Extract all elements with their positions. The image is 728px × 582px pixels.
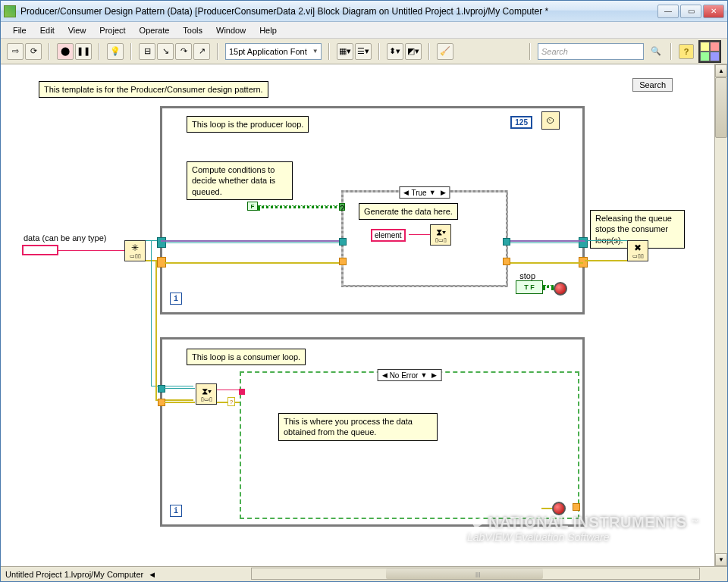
resize-button[interactable]: ⬍▾ [387,43,403,60]
case-selector-consumer[interactable]: ◀ No Error ▼ ▶ [378,369,442,381]
scroll-up-button[interactable]: ▲ [715,64,727,77]
menu-file[interactable]: File [7,24,33,36]
case-tunnel[interactable] [503,258,510,265]
cleanup-button[interactable]: 🧹 [437,43,453,60]
run-button[interactable]: ⇨ [7,43,24,60]
case-tunnel-pink[interactable] [239,389,245,395]
pause-button[interactable]: ❚❚ [75,43,92,60]
status-nav-back[interactable]: ◄ [148,570,156,579]
step-out-button[interactable]: ↗ [193,43,210,60]
context-help-button[interactable]: ? [679,44,694,59]
wait-ms-node[interactable]: ⏲ [541,111,560,130]
template-comment[interactable]: This template is for the Producer/Consum… [39,81,268,98]
step-over-button[interactable]: ↷ [175,43,192,60]
minimize-button[interactable]: — [657,5,679,18]
wire[interactable] [155,260,157,399]
menu-tools[interactable]: Tools [177,24,209,36]
highlight-execution-button[interactable]: 💡 [107,43,124,60]
close-button[interactable]: ✕ [703,5,724,18]
wire[interactable] [258,205,341,208]
wait-ms-constant[interactable]: 125 [510,116,532,129]
case-prev-icon[interactable]: ◀ [401,189,411,196]
wire[interactable] [165,402,195,403]
font-dropdown[interactable]: 15pt Application Font [225,43,322,60]
consumer-case-structure[interactable]: ◀ No Error ▼ ▶ This is where you process… [240,371,579,519]
stop-control-tf[interactable]: T F [516,280,543,294]
search-button-canvas[interactable]: Search [632,78,673,92]
retain-wire-button[interactable]: ⊟ [139,43,155,60]
case-next-icon[interactable]: ▶ [438,189,448,196]
producer-loop-comment[interactable]: This loop is the producer loop. [187,116,309,133]
iteration-terminal[interactable]: i [170,293,182,305]
data-constant[interactable] [22,245,58,255]
abort-button[interactable]: ⬤ [57,43,74,60]
case-tunnel[interactable] [503,238,510,246]
loop-stop-terminal[interactable] [554,282,567,296]
producer-while-loop[interactable]: This loop is the producer loop. 125 ⏲ Co… [160,106,585,314]
horizontal-scrollbar[interactable]: ||| [251,568,700,580]
step-into-button[interactable]: ↘ [157,43,174,60]
enqueue-element-node[interactable]: ⧗▾ ▯▭▯ [430,224,451,246]
dequeue-element-node[interactable]: ⧗▾ ▯▭▯ [196,383,217,405]
case-tunnel[interactable] [339,258,347,265]
search-icon[interactable]: 🔍 [648,44,664,59]
element-constant[interactable]: element [371,229,406,242]
error-tunnel[interactable]: ? [228,397,235,406]
obtain-queue-node[interactable]: ✳ ▭▯▯ [124,240,146,261]
align-button[interactable]: ▦▾ [337,43,353,60]
vi-icon[interactable] [698,40,721,63]
wire[interactable] [165,388,195,389]
distribute-button[interactable]: ☰▾ [355,43,372,60]
case-next-icon[interactable]: ▶ [429,371,439,379]
menu-edit[interactable]: Edit [34,24,61,36]
compute-comment[interactable]: Compute conditions to decide whether dat… [187,161,293,200]
case-dropdown-icon[interactable]: ▼ [418,371,429,379]
hourglass-icon: ⧗▾ [436,227,446,237]
search-input[interactable]: Search [538,43,644,60]
wire[interactable] [151,240,152,386]
menu-window[interactable]: Window [210,24,252,36]
vertical-scrollbar[interactable]: ▲ ▼ [714,64,727,566]
case-prev-icon[interactable]: ◀ [380,371,390,379]
status-path: Untitled Project 1.lvproj/My Computer [5,570,143,579]
false-constant[interactable]: F [247,202,258,211]
loop-stop-terminal[interactable] [552,502,566,515]
case-selector-terminal[interactable]: ? [339,203,345,211]
process-comment[interactable]: This is where you process the data obtai… [278,413,438,441]
release-queue-node[interactable]: ✖ ▭▯▯ [627,240,648,261]
case-label: No Error [390,371,419,380]
case-selector-producer[interactable]: ◀ True ▼ ▶ [399,186,450,199]
loop-tunnel[interactable] [158,385,165,393]
wire[interactable] [541,508,552,509]
statusbar: Untitled Project 1.lvproj/My Computer ◄ … [1,566,727,581]
window-title: Producer/Consumer Design Pattern (Data) … [20,6,657,17]
scroll-down-button[interactable]: ▼ [715,553,727,566]
case-tunnel[interactable] [573,503,580,511]
wire[interactable] [585,260,627,261]
wire[interactable] [58,250,125,251]
block-diagram-canvas[interactable]: This template is for the Producer/Consum… [1,64,714,566]
menu-help[interactable]: Help [253,24,283,36]
reorder-button[interactable]: ◩▾ [405,43,422,60]
run-continuous-button[interactable]: ⟳ [25,43,42,60]
menu-operate[interactable]: Operate [133,24,176,36]
generate-comment[interactable]: Generate the data here. [359,203,458,220]
wire[interactable] [409,234,430,235]
wire[interactable] [217,390,240,390]
scroll-thumb[interactable] [386,568,543,579]
wire[interactable] [543,285,554,288]
case-tunnel[interactable] [339,238,347,246]
scroll-thumb[interactable] [715,77,727,138]
menu-view[interactable]: View [62,24,93,36]
window-controls: — ▭ ✕ [657,5,724,18]
menu-project[interactable]: Project [93,24,131,36]
consumer-while-loop[interactable]: This loop is a consumer loop. ⧗▾ ▯▭▯ ? ◀ [160,337,585,527]
wire[interactable] [585,240,627,241]
maximize-button[interactable]: ▭ [680,5,701,18]
case-dropdown-icon[interactable]: ▼ [427,189,438,196]
consumer-loop-comment[interactable]: This loop is a consumer loop. [187,349,306,365]
producer-case-structure[interactable]: ◀ True ▼ ▶ Generate the data here. eleme… [341,190,508,287]
iteration-terminal[interactable]: i [170,505,182,517]
release-queue-icon: ✖ [634,242,642,253]
toolbar: ⇨ ⟳ ⬤ ❚❚ 💡 ⊟ ↘ ↷ ↗ 15pt Application Font… [1,39,727,64]
